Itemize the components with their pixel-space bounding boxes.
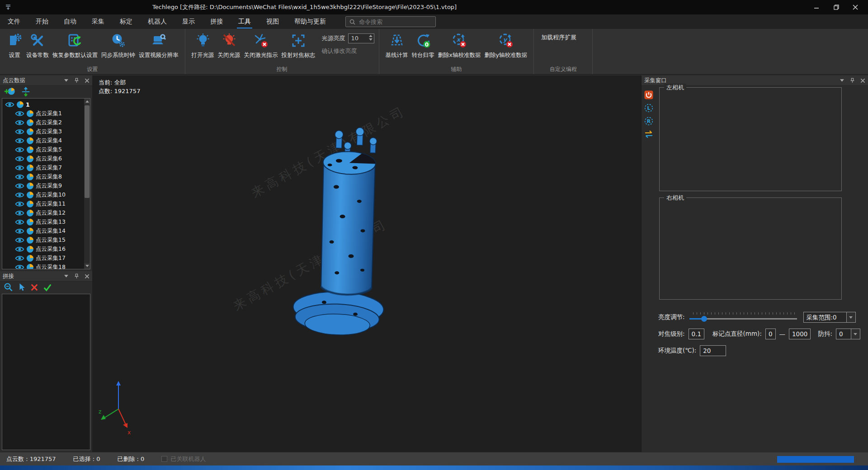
power-icon[interactable] <box>644 90 653 99</box>
ribbon-button-restore-defaults[interactable]: 恢复参数默认设置 <box>51 32 99 60</box>
focus-level-input[interactable]: 0.1 <box>689 329 704 339</box>
pin-icon[interactable] <box>849 77 855 84</box>
minimize-button[interactable] <box>807 0 826 14</box>
scrollbar-thumb[interactable] <box>85 105 90 198</box>
visibility-eye-icon[interactable] <box>15 237 24 244</box>
ribbon-button-turntable-zero[interactable]: 0转台归零 <box>410 32 436 60</box>
menu-item-10[interactable]: 帮助与更新 <box>287 14 334 29</box>
visibility-eye-icon[interactable] <box>15 201 24 207</box>
light-brightness-spinner[interactable]: 10 <box>348 33 374 43</box>
close-icon[interactable] <box>860 78 865 83</box>
command-search[interactable] <box>345 16 436 27</box>
tree-item-pointcloud-5[interactable]: 点云采集5 <box>2 145 84 154</box>
visibility-eye-icon[interactable] <box>15 192 24 198</box>
robot-linked-checkbox[interactable]: 已关联机器人 <box>161 455 206 463</box>
left-camera-icon[interactable]: L <box>644 103 653 113</box>
visibility-eye-icon[interactable] <box>15 228 24 235</box>
visibility-eye-icon[interactable] <box>15 183 24 189</box>
brightness-slider[interactable] <box>689 312 797 322</box>
tree-item-pointcloud-3[interactable]: 点云采集3 <box>2 127 84 136</box>
visibility-eye-icon[interactable] <box>15 128 24 135</box>
marker-max-input[interactable]: 1000 <box>789 329 811 339</box>
tree-item-pointcloud-2[interactable]: 点云采集2 <box>2 118 84 127</box>
visibility-eye-icon[interactable] <box>15 110 24 117</box>
ribbon-button-device-constants[interactable]: 设备常数 <box>24 32 51 60</box>
visibility-eye-icon[interactable] <box>15 264 24 270</box>
menu-item-8[interactable]: 工具 <box>231 14 259 29</box>
viewport-3d[interactable]: 当前: 全部 点数: 1921757 来高科技(天津)有限公司 来高科技(天津)… <box>92 75 641 452</box>
marker-min-input[interactable]: 0 <box>765 329 776 339</box>
menu-item-4[interactable]: 标定 <box>112 14 140 29</box>
move-up-down-icon[interactable] <box>20 87 31 97</box>
menu-item-7[interactable]: 拼接 <box>203 14 231 29</box>
tree-item-pointcloud-8[interactable]: 点云采集8 <box>2 172 84 181</box>
ribbon-button-light-on[interactable]: 打开光源 <box>190 32 216 60</box>
menu-item-3[interactable]: 采集 <box>84 14 112 29</box>
capture-range-combo[interactable]: 采集范围:0 <box>803 312 856 323</box>
menu-item-0[interactable]: 文件 <box>0 14 28 29</box>
tree-item-pointcloud-13[interactable]: 点云采集13 <box>2 217 84 226</box>
visibility-eye-icon[interactable] <box>15 255 24 262</box>
tree-item-pointcloud-1[interactable]: 点云采集1 <box>2 109 84 118</box>
tree-root-node[interactable]: 1 <box>2 100 84 109</box>
right-camera-icon[interactable]: R <box>644 117 653 126</box>
ribbon-button-delete-x-calib[interactable]: x删除x轴校准数据 <box>436 32 483 60</box>
delete-selection-icon[interactable] <box>30 283 38 291</box>
tree-item-pointcloud-11[interactable]: 点云采集11 <box>2 199 84 208</box>
menu-item-9[interactable]: 视图 <box>259 14 287 29</box>
close-icon[interactable] <box>85 78 90 83</box>
tree-item-pointcloud-4[interactable]: 点云采集4 <box>2 136 84 145</box>
pin-icon[interactable] <box>74 273 80 279</box>
ribbon-button-settings[interactable]: 设置 <box>5 32 24 60</box>
pin-icon[interactable] <box>74 77 80 84</box>
ribbon-button-delete-y-calib[interactable]: y删除y轴校准数据 <box>482 32 529 60</box>
ribbon-button-laser-off[interactable]: 关闭激光指示 <box>242 32 280 60</box>
search-input[interactable] <box>359 19 427 25</box>
chevron-down-icon[interactable] <box>840 79 844 82</box>
menu-item-1[interactable]: 开始 <box>28 14 56 29</box>
chevron-down-icon[interactable] <box>64 79 69 82</box>
visibility-eye-icon[interactable] <box>15 174 24 180</box>
tree-item-pointcloud-12[interactable]: 点云采集12 <box>2 208 84 217</box>
tree-item-pointcloud-7[interactable]: 点云采集7 <box>2 163 84 172</box>
ribbon-button-light-off[interactable]: 关闭光源 <box>216 32 242 60</box>
visibility-eye-icon[interactable] <box>15 146 24 153</box>
slider-handle[interactable] <box>701 316 707 322</box>
spinner-arrows-icon[interactable] <box>369 35 373 41</box>
add-pointcloud-icon[interactable] <box>4 87 16 97</box>
combo-arrow-icon[interactable] <box>851 329 860 339</box>
ribbon-button-baseline-calc[interactable]: 基线计算 <box>384 32 410 60</box>
tree-item-pointcloud-6[interactable]: 点云采集6 <box>2 154 84 163</box>
visibility-eye-icon[interactable] <box>15 246 24 253</box>
tree-item-pointcloud-16[interactable]: 点云采集16 <box>2 244 84 254</box>
confirm-brightness-button[interactable]: 确认修改亮度 <box>322 47 374 55</box>
close-icon[interactable] <box>85 274 90 279</box>
menu-item-6[interactable]: 显示 <box>175 14 203 29</box>
tree-item-pointcloud-14[interactable]: 点云采集14 <box>2 226 84 235</box>
ambient-temp-input[interactable]: 20 <box>700 345 726 356</box>
visibility-eye-icon[interactable] <box>15 137 24 144</box>
tree-scrollbar[interactable] <box>84 99 90 269</box>
visibility-eye-icon[interactable] <box>15 210 24 216</box>
tree-item-pointcloud-18[interactable]: 点云采集18 <box>2 263 84 269</box>
ribbon-button-video-resolution[interactable]: 设置视频分辨率 <box>137 32 180 60</box>
load-program-extension-button[interactable]: 加载程序扩展 <box>538 32 579 43</box>
ribbon-button-focus-mark[interactable]: 投射对焦标志 <box>280 32 317 60</box>
antishake-combo[interactable]: 0 <box>836 329 860 339</box>
combo-arrow-icon[interactable] <box>847 312 856 323</box>
tree-item-pointcloud-10[interactable]: 点云采集10 <box>2 190 84 199</box>
confirm-icon[interactable] <box>43 283 52 291</box>
chevron-down-icon[interactable] <box>64 274 69 278</box>
visibility-eye-icon[interactable] <box>5 101 14 108</box>
ribbon-button-sync-clock[interactable]: 同步系统时钟 <box>99 32 137 60</box>
select-cursor-icon[interactable] <box>18 282 26 292</box>
visibility-eye-icon[interactable] <box>15 219 24 226</box>
checkbox-icon[interactable] <box>161 456 167 462</box>
visibility-eye-icon[interactable] <box>15 164 24 171</box>
menu-item-5[interactable]: 机器人 <box>140 14 175 29</box>
tree-item-pointcloud-9[interactable]: 点云采集9 <box>2 181 84 190</box>
tree-item-pointcloud-17[interactable]: 点云采集17 <box>2 254 84 263</box>
restore-button[interactable] <box>827 0 845 14</box>
zoom-out-icon[interactable] <box>4 282 13 292</box>
swap-cameras-icon[interactable] <box>644 130 654 139</box>
